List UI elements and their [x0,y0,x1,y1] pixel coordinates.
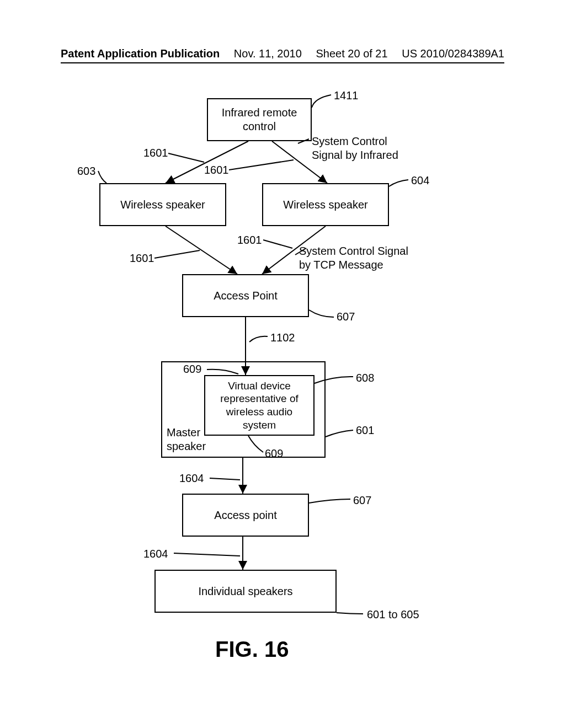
box-wireless-speaker-left-text: Wireless speaker [120,198,205,212]
label-601-605: 601 to 605 [367,608,419,622]
header-date: Nov. 11, 2010 [234,47,302,60]
box-infrared-remote: Infrared remotecontrol [207,98,312,141]
svg-line-10 [154,250,200,258]
figure-caption: FIG. 16 [215,637,289,662]
label-1604-a: 1604 [179,472,204,485]
box-individual-speakers: Individual speakers [154,570,337,613]
label-1102: 1102 [270,331,295,345]
label-1411: 1411 [334,89,359,103]
label-601: 601 [356,424,374,437]
box-virtual-device: Virtual devicerepresentative ofwireless … [204,375,315,436]
header-publication: Patent Application Publication [61,47,220,60]
label-609-b: 609 [265,447,283,461]
svg-line-8 [229,160,294,170]
box-access-point-2-text: Access point [214,508,276,522]
box-access-point-1-text: Access Point [214,289,278,303]
svg-line-9 [263,240,292,248]
label-609-a: 609 [183,362,201,376]
box-master-speaker-text: Masterspeaker [167,426,206,453]
box-wireless-speaker-right-text: Wireless speaker [283,198,367,212]
label-sys-ir: System ControlSignal by Infrared [312,135,422,162]
box-wireless-speaker-left: Wireless speaker [99,183,226,226]
box-virtual-device-text: Virtual devicerepresentative ofwireless … [220,379,299,432]
svg-line-7 [168,153,204,162]
label-608: 608 [356,371,374,385]
svg-line-13 [210,478,240,480]
svg-line-2 [166,226,237,274]
label-607-a: 607 [337,310,355,324]
box-wireless-speaker-right: Wireless speaker [262,183,389,226]
header-sheet: Sheet 20 of 21 [316,47,388,60]
label-1601-d: 1601 [130,251,154,265]
label-1601-c: 1601 [237,233,262,247]
label-sys-tcp: System Control Signalby TCP Message [299,244,437,272]
box-access-point-1: Access Point [182,274,309,317]
box-infrared-remote-text: Infrared remotecontrol [222,106,297,133]
label-604: 604 [411,174,429,188]
label-1601-a: 1601 [143,146,168,160]
label-607-b: 607 [353,494,371,507]
svg-line-14 [174,553,240,556]
page-header: Patent Application Publication Nov. 11, … [61,47,504,63]
header-docnum: US 2010/0284389A1 [402,47,504,60]
label-603: 603 [77,164,95,178]
label-1604-b: 1604 [143,547,168,561]
label-1601-b: 1601 [204,163,229,177]
box-individual-speakers-text: Individual speakers [198,585,292,598]
box-access-point-2: Access point [182,494,309,537]
